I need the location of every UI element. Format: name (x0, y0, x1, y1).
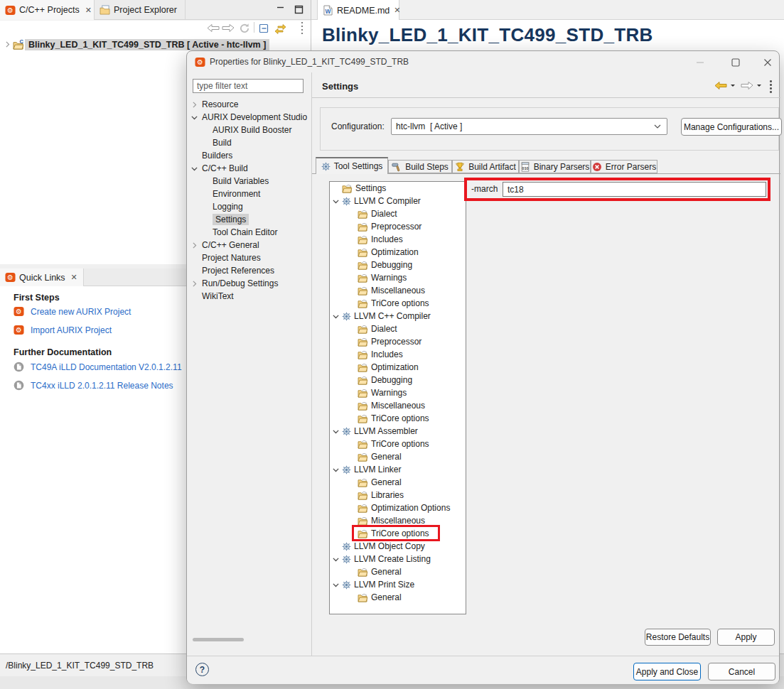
dialog-nav-item[interactable]: Resource (187, 98, 311, 111)
forward-icon[interactable] (222, 22, 235, 34)
tool-tree-item[interactable]: General (330, 591, 466, 604)
dialog-nav-item[interactable]: C/C++ Build (187, 162, 311, 175)
link-tc4xx-notes[interactable]: TC4xx iLLD 2.0.1.2.11 Release Notes (14, 380, 173, 391)
tool-tree-item[interactable]: Dialect (330, 322, 466, 335)
tool-tree-item[interactable]: Includes (330, 348, 466, 361)
tool-tree-item[interactable]: Debugging (330, 374, 466, 386)
cancel-button[interactable]: Cancel (708, 663, 775, 680)
apply-and-close-button[interactable]: Apply and Close (633, 663, 701, 680)
maximize-icon[interactable] (730, 57, 741, 67)
chevron-expanded-icon[interactable] (331, 312, 340, 321)
dialog-nav-item[interactable]: WikiText (187, 290, 311, 303)
restore-defaults-button[interactable]: Restore Defaults (645, 629, 711, 646)
tool-tree-item[interactable]: Miscellaneous (330, 284, 466, 297)
tool-tree-item[interactable]: LLVM Print Size (330, 578, 466, 591)
chevron-expanded-icon[interactable] (190, 113, 199, 122)
tool-tree-item[interactable]: General (330, 450, 466, 463)
tool-tree-item[interactable]: TriCore options (330, 527, 466, 540)
help-icon[interactable]: ? (195, 663, 209, 676)
tab-project-explorer[interactable]: Project Explorer (95, 0, 186, 20)
tool-tree-item[interactable]: Dialect (330, 207, 466, 220)
minimize-icon[interactable] (694, 57, 705, 67)
march-input[interactable]: tc18 (503, 182, 766, 197)
dialog-nav-item[interactable]: Run/Debug Settings (187, 277, 311, 290)
tool-tree-item[interactable]: LLVM Linker (330, 463, 466, 476)
dialog-nav-item[interactable]: Project Natures (187, 251, 311, 264)
chevron-collapsed-icon[interactable] (190, 279, 199, 288)
tool-tree-item[interactable]: TriCore options (330, 412, 466, 425)
dialog-nav-item[interactable]: AURIX Build Booster (187, 124, 311, 136)
dialog-titlebar[interactable]: ⚙ Properties for Blinky_LED_1_KIT_TC499_… (187, 51, 779, 72)
tool-tree-item[interactable]: Libraries (330, 489, 466, 501)
tool-tree-item[interactable]: Includes (330, 233, 466, 246)
chevron-expanded-icon[interactable] (331, 465, 340, 474)
dialog-nav-item[interactable]: Tool Chain Editor (187, 226, 311, 239)
tool-tree-item[interactable]: Preprocessor (330, 335, 466, 348)
tab-quick-links[interactable]: ⚙ Quick Links ✕ (0, 268, 84, 286)
dialog-nav-item[interactable]: Build Variables (187, 175, 311, 188)
dialog-nav-item[interactable]: Logging (187, 200, 311, 213)
tab-build-artifact[interactable]: Build Artifact (452, 160, 519, 173)
back-icon[interactable] (207, 22, 220, 34)
close-icon[interactable]: ✕ (71, 273, 77, 282)
dialog-nav-item[interactable]: Environment (187, 188, 311, 200)
tool-tree-item[interactable]: LLVM C Compiler (330, 195, 466, 207)
close-icon[interactable] (762, 57, 773, 67)
chevron-expanded-icon[interactable] (331, 427, 340, 436)
dialog-nav-item[interactable]: Builders (187, 149, 311, 162)
tab-binary-parsers[interactable]: 010Binary Parsers (519, 160, 591, 173)
manage-configurations-button[interactable]: Manage Configurations... (681, 118, 782, 136)
tool-tree-item[interactable]: Optimization Options (330, 501, 466, 514)
maximize-view-icon[interactable] (294, 5, 304, 15)
chevron-expanded-icon[interactable] (190, 164, 199, 173)
view-menu-icon[interactable] (770, 80, 772, 93)
chevron-expanded-icon[interactable] (331, 580, 340, 590)
tab-readme[interactable]: W README.md ✕ (317, 0, 399, 21)
chevron-collapsed-icon[interactable] (3, 40, 12, 49)
tool-tree-item[interactable]: TriCore options (330, 438, 466, 450)
dialog-nav-item[interactable]: Project References (187, 264, 311, 277)
tool-tree-item[interactable]: Settings (330, 182, 466, 195)
tab-cpp-projects[interactable]: ⚙ C/C++ Projects ✕ (0, 0, 95, 20)
tool-tree-item[interactable]: LLVM Assembler (330, 425, 466, 438)
apply-button[interactable]: Apply (717, 629, 775, 646)
tool-tree-item[interactable]: Optimization (330, 246, 466, 259)
link-create-project[interactable]: ⚙ Create new AURIX Project (14, 306, 131, 317)
minimize-view-icon[interactable] (276, 5, 286, 15)
horizontal-scrollbar[interactable] (193, 638, 244, 641)
chevron-expanded-icon[interactable] (331, 555, 340, 564)
close-icon[interactable]: ✕ (394, 6, 400, 15)
tab-error-parsers[interactable]: Error Parsers (591, 160, 657, 173)
tool-tree-item[interactable]: Preprocessor (330, 220, 466, 233)
tool-tree-item[interactable]: Debugging (330, 259, 466, 271)
tool-tree-item[interactable]: Warnings (330, 386, 466, 399)
back-icon[interactable] (714, 81, 727, 90)
view-menu-icon[interactable] (296, 22, 308, 34)
tool-tree-item[interactable]: TriCore options (330, 297, 466, 310)
project-tree-item[interactable]: C Blinky_LED_1_KIT_TC499_STD_TRB [ Activ… (0, 38, 269, 51)
refresh-icon[interactable] (238, 22, 251, 34)
dialog-nav-item[interactable]: AURIX Development Studio (187, 111, 311, 124)
close-icon[interactable]: ✕ (85, 6, 92, 15)
tool-tree-item[interactable]: LLVM Create Listing (330, 553, 466, 565)
link-tc49a-doc[interactable]: TC49A iLLD Documentation V2.0.1.2.11 (14, 362, 182, 372)
tool-tree-item[interactable]: Warnings (330, 271, 466, 284)
dialog-nav-item[interactable]: C/C++ General (187, 239, 311, 251)
tool-tree-item[interactable]: Miscellaneous (330, 399, 466, 412)
tool-tree-item[interactable]: LLVM C++ Compiler (330, 310, 466, 322)
configuration-select[interactable]: htc-llvm [ Active ] (391, 118, 667, 135)
tab-tool-settings[interactable]: Tool Settings (316, 157, 388, 174)
forward-icon[interactable] (741, 81, 753, 90)
tab-build-steps[interactable]: Build Steps (388, 160, 452, 173)
link-editor-icon[interactable] (274, 22, 286, 34)
tool-tree-item[interactable]: LLVM Object Copy (330, 540, 466, 553)
chevron-down-icon[interactable] (756, 84, 762, 88)
tool-tree-item[interactable]: General (330, 476, 466, 489)
link-import-project[interactable]: ⚙ Import AURIX Project (14, 325, 112, 335)
collapse-all-icon[interactable] (258, 22, 271, 34)
dialog-nav-item[interactable]: Build (187, 136, 311, 149)
chevron-down-icon[interactable] (730, 84, 736, 88)
tool-tree-item[interactable]: Optimization (330, 361, 466, 374)
tool-tree-item[interactable]: General (330, 565, 466, 578)
dialog-nav-item[interactable]: Settings (187, 213, 311, 226)
